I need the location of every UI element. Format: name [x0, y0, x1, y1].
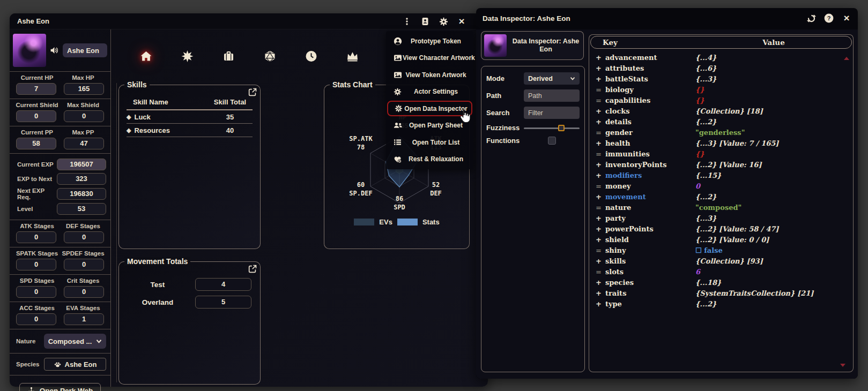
briefcase-tab[interactable] — [221, 49, 235, 63]
stat-value-input[interactable]: 58 — [16, 138, 56, 149]
table-row[interactable]: = slots 6 — [591, 266, 844, 277]
sheet-titlebar[interactable]: Ashe Eon × — [10, 13, 488, 29]
menu-item-open-party-sheet[interactable]: Open Party Sheet — [386, 118, 473, 133]
expand-toggle[interactable]: + — [596, 257, 602, 265]
expand-toggle[interactable]: + — [596, 161, 602, 169]
table-row[interactable]: + clocks {Collection} [18] — [591, 106, 844, 116]
nature-select[interactable]: Composed ... — [44, 334, 106, 349]
skill-row[interactable]: ◈ Resources 40 — [127, 124, 253, 137]
expand-toggle[interactable]: + — [596, 236, 602, 244]
table-row[interactable]: = money 0 — [591, 181, 844, 191]
table-row[interactable]: + party {...3} — [591, 213, 844, 223]
table-row[interactable]: + attributes {...6} — [591, 63, 844, 73]
table-row[interactable]: = shiny ☐ false — [591, 245, 844, 255]
movement-value-input[interactable]: 5 — [195, 296, 251, 309]
expand-toggle[interactable]: = — [596, 150, 602, 158]
search-input[interactable] — [524, 107, 580, 119]
skills-popout-icon[interactable] — [248, 87, 257, 97]
inspector-close-icon[interactable]: × — [842, 13, 851, 23]
stage-value-input[interactable]: 1 — [64, 313, 104, 325]
expand-toggle[interactable]: + — [596, 225, 602, 233]
expand-toggle[interactable]: + — [596, 54, 602, 62]
table-row[interactable]: + details {...2} — [591, 116, 844, 127]
stage-value-input[interactable]: 0 — [16, 286, 56, 298]
menu-item-view-character-artwork[interactable]: View Character Artwork — [386, 50, 473, 66]
table-row[interactable]: + shield {...2} [Value: 0 / 0] — [591, 234, 844, 245]
movement-value-input[interactable]: 4 — [195, 278, 251, 291]
fuzziness-slider[interactable] — [524, 127, 580, 129]
stage-value-input[interactable]: 0 — [16, 313, 56, 325]
expand-toggle[interactable]: = — [596, 268, 602, 276]
expand-toggle[interactable]: = — [596, 129, 602, 137]
menu-item-prototype-token[interactable]: Prototype Token — [386, 33, 473, 49]
expand-toggle[interactable]: = — [596, 96, 602, 104]
menu-item-rest-relaxation[interactable]: Rest & Relaxation — [386, 152, 473, 167]
stage-value-input[interactable]: 0 — [64, 259, 104, 270]
d20-die-tab[interactable] — [263, 49, 277, 63]
menu-item-view-token-artwork[interactable]: View Token Artwork — [386, 67, 473, 82]
table-row[interactable]: + skills {Collection} [93] — [591, 255, 844, 266]
table-row[interactable]: = immunities {} — [591, 148, 844, 159]
menu-item-open-data-inspector[interactable]: Open Data Inspector — [387, 101, 472, 116]
menu-item-actor-settings[interactable]: Actor Settings — [386, 84, 473, 100]
expand-toggle[interactable]: + — [596, 300, 602, 308]
stat-value-input[interactable]: 0 — [16, 110, 56, 122]
crown-tab[interactable] — [345, 49, 359, 63]
expand-toggle[interactable]: = — [596, 204, 602, 212]
table-row[interactable]: = gender "genderless" — [591, 127, 844, 138]
kebab-menu-icon[interactable] — [402, 17, 412, 26]
speaker-icon[interactable] — [49, 46, 60, 55]
stat-value-input[interactable]: 165 — [64, 83, 104, 95]
table-row[interactable]: + type {...2} — [591, 298, 844, 309]
fuzziness-slider-thumb[interactable] — [558, 125, 565, 131]
functions-checkbox[interactable] — [548, 137, 556, 145]
stat-value-input[interactable]: 47 — [64, 138, 104, 149]
exp-value-input[interactable]: 323 — [57, 173, 106, 185]
close-icon[interactable]: × — [457, 17, 466, 26]
character-name-input[interactable]: Ashe Eon — [63, 43, 107, 57]
expand-toggle[interactable]: + — [596, 289, 602, 297]
open-perk-web-button[interactable]: Open Perk Web — [19, 383, 101, 391]
exp-value-input[interactable]: 196830 — [57, 188, 106, 200]
table-row[interactable]: + health {...3} [Value: 7 / 165] — [591, 138, 844, 148]
stat-value-input[interactable]: 7 — [16, 83, 56, 95]
table-row[interactable]: = nature "composed" — [591, 202, 844, 213]
path-input[interactable] — [524, 89, 580, 102]
refresh-icon[interactable] — [806, 13, 816, 23]
stat-value-input[interactable]: 0 — [64, 110, 104, 122]
expand-toggle[interactable]: = — [596, 246, 602, 254]
expand-toggle[interactable]: + — [596, 214, 602, 222]
expand-toggle[interactable]: + — [596, 193, 602, 201]
skill-row[interactable]: ◈ Luck 35 — [127, 110, 253, 124]
table-row[interactable]: + inventoryPoints {...2} [Value: 16] — [591, 159, 844, 170]
expand-toggle[interactable]: = — [596, 182, 602, 190]
expand-toggle[interactable]: + — [596, 118, 602, 126]
expand-toggle[interactable]: = — [596, 86, 602, 94]
table-row[interactable]: + advancement {...4} — [591, 52, 844, 63]
stage-value-input[interactable]: 0 — [64, 286, 104, 298]
exp-value-input[interactable]: 53 — [57, 203, 106, 215]
table-row[interactable]: = capabilities {} — [591, 95, 844, 106]
table-row[interactable]: + battleStats {...3} — [591, 73, 844, 84]
stage-value-input[interactable]: 0 — [16, 231, 56, 243]
menu-item-open-tutor-list[interactable]: Open Tutor List — [386, 134, 473, 150]
help-icon[interactable]: ? — [824, 13, 834, 23]
sheet-settings-gear-icon[interactable] — [439, 17, 448, 26]
table-row[interactable]: + movement {...2} — [591, 191, 844, 202]
scroll-up-arrow[interactable] — [844, 57, 849, 60]
table-row[interactable]: + traits {SystemTraitsCollection} [21] — [591, 288, 844, 298]
table-row[interactable]: + species {...18} — [591, 277, 844, 288]
scroll-down-arrow[interactable] — [840, 364, 845, 367]
home-tab[interactable] — [139, 49, 153, 63]
expand-toggle[interactable]: + — [596, 139, 602, 147]
stage-value-input[interactable]: 0 — [64, 231, 104, 243]
table-row[interactable]: + modifiers {...15} — [591, 170, 844, 181]
mode-select[interactable]: Derived — [524, 72, 580, 85]
table-row[interactable]: + powerPoints {...2} [Value: 58 / 47] — [591, 223, 844, 234]
inspector-titlebar[interactable]: Data Inspector: Ashe Eon ? × — [476, 8, 858, 28]
movement-popout-icon[interactable] — [248, 264, 257, 274]
expand-toggle[interactable]: + — [596, 107, 602, 115]
exp-value-input[interactable]: 196507 — [57, 159, 106, 170]
journal-icon[interactable] — [420, 17, 430, 26]
table-row[interactable]: = biology {} — [591, 84, 844, 95]
